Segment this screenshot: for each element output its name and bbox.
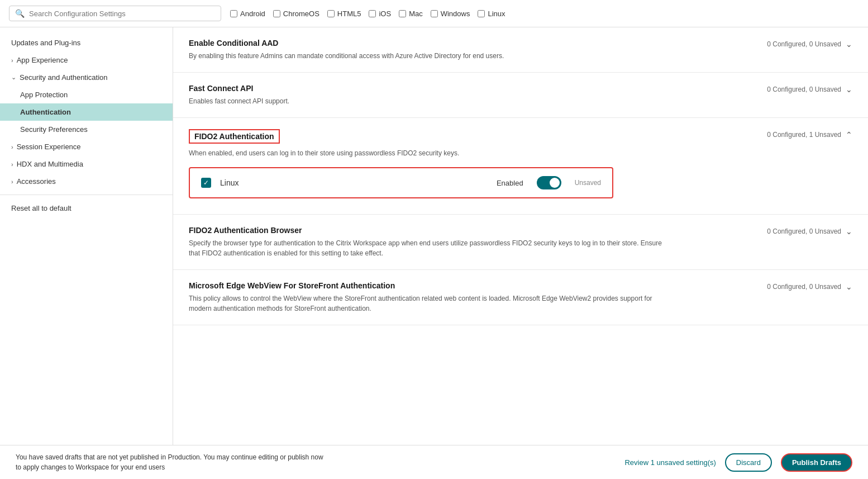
sidebar-item-authentication[interactable]: Authentication	[0, 103, 173, 121]
sidebar-item-app-protection[interactable]: App Protection	[0, 86, 173, 103]
top-bar: 🔍 Android ChromeOS HTML5 iOS Mac Windows…	[0, 0, 868, 27]
setting-desc-fido2: When enabled, end users can log in to th…	[189, 148, 459, 158]
chevron-right-icon-hdx: ›	[11, 161, 13, 168]
setting-meta-fido2: 0 Configured, 1 Unsaved	[767, 131, 841, 139]
setting-desc-msedge: This policy allows to control the WebVie…	[189, 293, 669, 314]
sidebar-item-security-auth[interactable]: ⌄ Security and Authentication	[0, 69, 173, 86]
review-link[interactable]: Review 1 unsaved setting(s)	[624, 458, 716, 467]
html5-checkbox[interactable]	[327, 10, 335, 17]
setting-meta-fido2-browser: 0 Configured, 0 Unsaved	[767, 227, 841, 235]
main-layout: Updates and Plug-ins › App Experience ⌄ …	[0, 27, 868, 445]
linux-enabled-label: Enabled	[497, 179, 523, 187]
expand-fastconnect-button[interactable]: ⌄	[846, 85, 852, 94]
platform-linux[interactable]: Linux	[478, 10, 505, 18]
sidebar-item-security-prefs[interactable]: Security Preferences	[0, 121, 173, 138]
search-icon: 🔍	[15, 9, 25, 18]
setting-fast-connect-api: Fast Connect API Enables fast connect AP…	[173, 73, 868, 118]
expand-fido2-browser-button[interactable]: ⌄	[846, 227, 852, 236]
publish-button[interactable]: Publish Drafts	[781, 453, 852, 472]
sidebar-item-hdx[interactable]: › HDX and Multimedia	[0, 155, 173, 173]
expand-msedge-button[interactable]: ⌄	[846, 282, 852, 291]
linux-checkbox[interactable]	[478, 10, 485, 17]
setting-fido2-browser: FIDO2 Authentication Browser Specify the…	[173, 215, 868, 270]
mac-checkbox[interactable]	[399, 10, 406, 17]
setting-desc-fastconnect: Enables fast connect API support.	[189, 96, 289, 106]
setting-title-fastconnect: Fast Connect API	[189, 84, 289, 93]
ios-checkbox[interactable]	[369, 10, 376, 17]
platform-windows[interactable]: Windows	[431, 10, 470, 18]
chevron-right-icon-acc: ›	[11, 178, 13, 185]
setting-desc-fido2-browser: Specify the browser type for authenticat…	[189, 238, 669, 258]
bottom-bar: You have saved drafts that are not yet p…	[0, 445, 868, 479]
sidebar-item-app-experience[interactable]: › App Experience	[0, 51, 173, 69]
sidebar-item-updates[interactable]: Updates and Plug-ins	[0, 34, 173, 51]
platform-mac[interactable]: Mac	[399, 10, 423, 18]
platform-ios[interactable]: iOS	[369, 10, 391, 18]
content-area: Enable Conditional AAD By enabling this …	[173, 27, 868, 445]
platform-android[interactable]: Android	[230, 10, 265, 18]
setting-desc-aad: By enabling this feature Admins can mand…	[189, 51, 504, 61]
chevron-right-icon-session: ›	[11, 144, 13, 150]
setting-msedge-webview: Microsoft Edge WebView For StoreFront Au…	[173, 270, 868, 325]
platform-filters: Android ChromeOS HTML5 iOS Mac Windows L…	[230, 10, 505, 18]
bottom-message: You have saved drafts that are not yet p…	[16, 452, 328, 472]
sidebar-item-session-exp[interactable]: › Session Experience	[0, 138, 173, 155]
reset-all-button[interactable]: Reset all to default	[0, 200, 173, 217]
sidebar-item-accessories[interactable]: › Accessories	[0, 173, 173, 190]
android-checkbox[interactable]	[230, 10, 237, 17]
expand-aad-button[interactable]: ⌄	[846, 40, 852, 49]
setting-title-fido2-browser: FIDO2 Authentication Browser	[189, 226, 669, 235]
platform-chromeos[interactable]: ChromeOS	[273, 10, 319, 18]
linux-platform-label: Linux	[220, 178, 488, 187]
bottom-actions: Review 1 unsaved setting(s) Discard Publ…	[624, 453, 852, 472]
sidebar: Updates and Plug-ins › App Experience ⌄ …	[0, 27, 173, 445]
setting-title-aad: Enable Conditional AAD	[189, 39, 504, 48]
setting-title-fido2: FIDO2 Authentication	[194, 132, 274, 141]
chromeos-checkbox[interactable]	[273, 10, 280, 17]
collapse-fido2-button[interactable]: ⌃	[846, 130, 852, 139]
setting-enable-conditional-aad: Enable Conditional AAD By enabling this …	[173, 27, 868, 73]
fido2-title-highlight: FIDO2 Authentication	[189, 129, 280, 144]
setting-fido2-auth: FIDO2 Authentication When enabled, end u…	[173, 118, 868, 215]
linux-toggle[interactable]	[537, 176, 561, 189]
discard-button[interactable]: Discard	[725, 453, 772, 472]
setting-meta-msedge: 0 Configured, 0 Unsaved	[767, 283, 841, 291]
platform-html5[interactable]: HTML5	[327, 10, 361, 18]
setting-title-msedge: Microsoft Edge WebView For StoreFront Au…	[189, 281, 669, 290]
chevron-right-icon: ›	[11, 57, 13, 64]
search-box[interactable]: 🔍	[9, 6, 221, 21]
linux-unsaved-label: Unsaved	[575, 179, 601, 187]
fido2-linux-row: Linux Enabled Unsaved	[189, 167, 613, 198]
linux-checkbox-checked[interactable]	[201, 178, 211, 188]
setting-meta-fastconnect: 0 Configured, 0 Unsaved	[767, 86, 841, 93]
chevron-down-icon: ⌄	[11, 74, 16, 81]
windows-checkbox[interactable]	[431, 10, 438, 17]
search-input[interactable]	[29, 10, 215, 18]
setting-meta-aad: 0 Configured, 0 Unsaved	[767, 40, 841, 48]
